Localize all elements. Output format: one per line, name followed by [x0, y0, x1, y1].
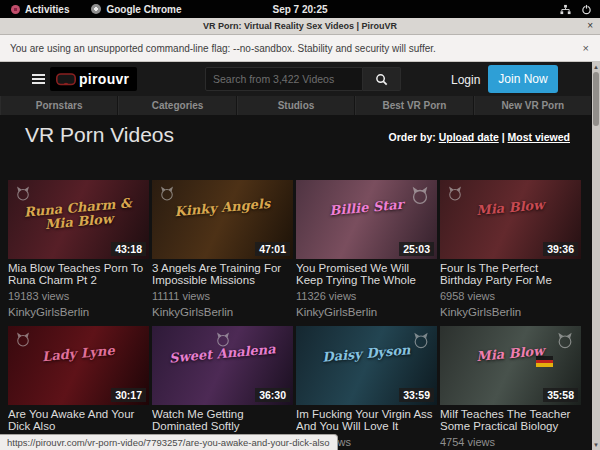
network-icon[interactable] — [560, 4, 571, 15]
screen: Activities Google Chrome Sep 7 20:25 VR … — [0, 0, 600, 450]
video-grid: Runa Charm & Mia Blow 43:18 Mia Blow Tea… — [8, 180, 581, 450]
thumbnail-model-name: Mia Blow — [454, 196, 568, 219]
video-thumbnail[interactable]: Runa Charm & Mia Blow 43:18 — [8, 180, 149, 259]
clock[interactable]: Sep 7 20:25 — [0, 4, 600, 15]
browser-title-bar: VR Porn: Virtual Reality Sex Videos | Pi… — [0, 18, 600, 35]
video-card: Billie Star 25:03 You Promised We Will K… — [296, 180, 437, 318]
video-views: 4754 views — [440, 436, 581, 448]
video-thumbnail[interactable]: Billie Star 25:03 — [296, 180, 437, 259]
warning-text: You are using an unsupported command-lin… — [10, 43, 436, 54]
page-viewport: pirouvr Login Join Now Pornstars Categor… — [0, 62, 600, 450]
search-icon — [375, 73, 388, 86]
duration-badge: 35:58 — [543, 388, 578, 402]
search-button[interactable] — [363, 67, 401, 91]
order-upload-date-link[interactable]: Upload date — [439, 131, 499, 143]
duration-badge: 30:17 — [111, 388, 146, 402]
video-views: 11111 views — [152, 290, 293, 302]
video-card: Lady Lyne 30:17 Are You Awake And Your D… — [8, 326, 149, 450]
video-studio-link[interactable]: KinkyGirlsBerlin — [8, 306, 149, 318]
video-card: Mia Blow 39:36 Four Is The Perfect Birth… — [440, 180, 581, 318]
video-card: Daisy Dyson 33:59 Im Fucking Your Virgin… — [296, 326, 437, 450]
duration-badge: 43:18 — [111, 242, 146, 256]
nav-item-pornstars[interactable]: Pornstars — [0, 96, 118, 115]
vr-goggles-icon — [56, 73, 76, 86]
order-most-viewed-link[interactable]: Most viewed — [508, 131, 570, 143]
studio-mask-icon — [14, 331, 32, 349]
system-top-bar: Activities Google Chrome Sep 7 20:25 — [0, 0, 600, 18]
duration-badge: 25:03 — [399, 242, 434, 256]
thumbnail-model-name: Lady Lyne — [22, 342, 136, 365]
studio-mask-icon — [411, 331, 431, 351]
main-nav: Pornstars Categories Studios Best VR Por… — [0, 96, 592, 115]
tab-close-icon[interactable]: × — [587, 20, 593, 31]
tab-title: VR Porn: Virtual Reality Sex Videos | Pi… — [203, 21, 397, 31]
video-title[interactable]: Milf Teaches The Teacher Some Practical … — [440, 408, 581, 432]
login-link[interactable]: Login — [451, 73, 480, 87]
nav-item-studios[interactable]: Studios — [237, 96, 355, 115]
chrome-warning-bar: You are using an unsupported command-lin… — [0, 35, 600, 62]
order-by-label: Order by: — [388, 131, 435, 143]
video-thumbnail[interactable]: Mia Blow 35:58 — [440, 326, 581, 405]
studio-mask-icon — [14, 185, 32, 203]
duration-badge: 47:01 — [255, 242, 290, 256]
nav-item-new-vr[interactable]: New VR Porn — [474, 96, 592, 115]
nav-item-categories[interactable]: Categories — [118, 96, 236, 115]
video-title[interactable]: You Promised We Will Keep Trying The Who… — [296, 262, 437, 286]
thumbnail-model-name: Billie Star — [310, 196, 424, 219]
video-thumbnail[interactable]: Kinky Angels 47:01 — [152, 180, 293, 259]
studio-mask-icon — [555, 331, 575, 351]
video-card: Kinky Angels 47:01 3 Angels Are Training… — [152, 180, 293, 318]
video-title[interactable]: Mia Blow Teaches Porn To Runa Charm Pt 2 — [8, 262, 149, 286]
video-title[interactable]: Are You Awake And Your Dick Also — [8, 408, 149, 432]
thumbnail-model-name: Daisy Dyson — [310, 342, 424, 365]
video-card: Sweet Analena 36:30 Watch Me Getting Dom… — [152, 326, 293, 450]
order-by: Order by: Upload date | Most viewed — [388, 131, 570, 143]
search-input[interactable] — [205, 67, 363, 91]
site-logo[interactable]: pirouvr — [50, 67, 137, 91]
video-views: 6958 views — [440, 290, 581, 302]
power-icon[interactable] — [581, 4, 592, 15]
studio-mask-icon — [214, 331, 232, 349]
status-url-bar: https://pirouvr.com/vr-porn-video/779325… — [0, 434, 338, 450]
video-title[interactable]: Four Is The Perfect Birthday Party For M… — [440, 262, 581, 286]
scroll-down-icon[interactable]: ▼ — [592, 441, 600, 449]
order-separator: | — [502, 131, 505, 143]
video-views: 19183 views — [8, 290, 149, 302]
video-thumbnail[interactable]: Sweet Analena 36:30 — [152, 326, 293, 405]
video-thumbnail[interactable]: Mia Blow 39:36 — [440, 180, 581, 259]
video-views: 11326 views — [296, 290, 437, 302]
studio-mask-icon — [158, 185, 176, 203]
menu-hamburger-icon[interactable] — [32, 74, 45, 86]
page-title: VR Porn Videos — [25, 123, 174, 147]
video-studio-link[interactable]: KinkyGirlsBerlin — [152, 306, 293, 318]
studio-mask-icon — [409, 185, 431, 207]
video-card: Mia Blow 35:58 Milf Teaches The Teacher … — [440, 326, 581, 450]
thumbnail-model-name: Runa Charm & Mia Blow — [21, 196, 136, 233]
studio-mask-icon — [446, 185, 464, 203]
join-now-button[interactable]: Join Now — [488, 65, 558, 93]
thumbnail-model-name: Kinky Angels — [166, 196, 280, 219]
duration-badge: 39:36 — [543, 242, 578, 256]
nav-item-best-vr[interactable]: Best VR Porn — [355, 96, 473, 115]
video-title[interactable]: 3 Angels Are Training For Impossible Mis… — [152, 262, 293, 286]
scroll-up-icon[interactable]: ▲ — [592, 63, 600, 71]
video-thumbnail[interactable]: Daisy Dyson 33:59 — [296, 326, 437, 405]
video-card: Runa Charm & Mia Blow 43:18 Mia Blow Tea… — [8, 180, 149, 318]
duration-badge: 33:59 — [399, 388, 434, 402]
site-header: pirouvr Login Join Now — [0, 62, 592, 96]
video-studio-link[interactable]: KinkyGirlsBerlin — [296, 306, 437, 318]
german-flag — [536, 356, 553, 367]
video-title[interactable]: Watch Me Getting Dominated Softly — [152, 408, 293, 432]
video-thumbnail[interactable]: Lady Lyne 30:17 — [8, 326, 149, 405]
page-scrollbar[interactable]: ▲ ▼ — [592, 62, 600, 450]
warning-close-icon[interactable]: × — [583, 42, 589, 54]
video-studio-link[interactable]: KinkyGirlsBerlin — [440, 306, 581, 318]
logo-text: pirouvr — [79, 71, 129, 87]
page-head: VR Porn Videos Order by: Upload date | M… — [0, 115, 592, 175]
duration-badge: 36:30 — [255, 388, 290, 402]
video-title[interactable]: Im Fucking Your Virgin Ass And You Will … — [296, 408, 437, 432]
scrollbar-thumb[interactable] — [593, 72, 599, 126]
